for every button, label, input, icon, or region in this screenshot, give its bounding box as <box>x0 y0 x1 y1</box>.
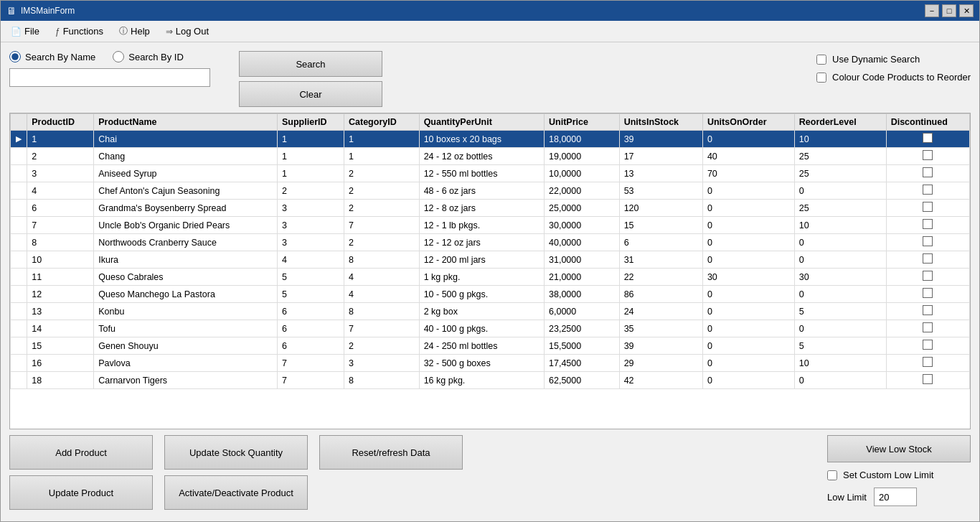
row-indicator <box>11 320 27 337</box>
table-row[interactable]: 15Genen Shouyu6224 - 250 ml bottles15,50… <box>11 337 970 355</box>
cell-discontinued <box>886 269 969 286</box>
row-indicator <box>11 251 27 269</box>
radio-id-input[interactable] <box>113 51 124 62</box>
cell-unitsonorder: 30 <box>702 269 794 286</box>
radio-search-by-name[interactable]: Search By Name <box>9 51 95 62</box>
cell-discontinued <box>886 251 969 269</box>
search-buttons: Search Clear <box>239 51 382 107</box>
cell-categoryid: 2 <box>344 337 420 355</box>
header-unitsinstock: UnitsInStock <box>619 114 702 131</box>
cell-unitsinstock: 15 <box>619 217 702 234</box>
cell-productname: Queso Cabrales <box>94 269 278 286</box>
row-indicator <box>11 355 27 372</box>
cell-qpu: 16 kg pkg. <box>419 372 544 389</box>
cell-supplierid: 6 <box>278 320 344 337</box>
discontinued-checkbox <box>923 185 933 195</box>
cell-unitsonorder: 40 <box>702 148 794 165</box>
search-input[interactable] <box>9 68 210 87</box>
cell-productname: Chai <box>94 131 278 148</box>
cell-qpu: 48 - 6 oz jars <box>419 182 544 200</box>
cell-productname: Queso Manchego La Pastora <box>94 286 278 303</box>
menu-logout[interactable]: ⇒ Log Out <box>159 23 216 39</box>
maximize-button[interactable]: □ <box>942 4 956 17</box>
cell-discontinued <box>886 303 969 320</box>
colour-code-option[interactable]: Colour Code Products to Reorder <box>816 72 971 83</box>
products-table-container[interactable]: ProductID ProductName SupplierID Categor… <box>9 113 971 429</box>
colour-code-checkbox[interactable] <box>816 73 826 83</box>
header-discontinued: Discontinued <box>886 114 969 131</box>
cell-unitsonorder: 0 <box>702 320 794 337</box>
discontinued-checkbox <box>923 219 933 229</box>
table-row[interactable]: 3Aniseed Syrup1212 - 550 ml bottles10,00… <box>11 165 970 182</box>
minimize-button[interactable]: − <box>925 4 939 17</box>
cell-productid: 2 <box>27 148 94 165</box>
table-row[interactable]: 14Tofu6740 - 100 g pkgs.23,25003500 <box>11 320 970 337</box>
discontinued-checkbox <box>923 271 933 281</box>
table-row[interactable]: 2Chang1124 - 12 oz bottles19,0000174025 <box>11 148 970 165</box>
low-limit-input[interactable] <box>874 488 917 506</box>
search-button[interactable]: Search <box>239 51 382 77</box>
table-row[interactable]: 13Konbu682 kg box6,00002405 <box>11 303 970 320</box>
cell-productname: Chang <box>94 148 278 165</box>
cell-qpu: 1 kg pkg. <box>419 269 544 286</box>
table-row[interactable]: 6Grandma's Boysenberry Spread3212 - 8 oz… <box>11 200 970 217</box>
cell-discontinued <box>886 355 969 372</box>
clear-button[interactable]: Clear <box>239 81 382 107</box>
cell-unitprice: 6,0000 <box>545 303 620 320</box>
menu-help[interactable]: ⓘ Help <box>112 22 157 40</box>
radio-name-input[interactable] <box>9 51 21 62</box>
row-indicator <box>11 286 27 303</box>
radio-search-by-id[interactable]: Search By ID <box>113 51 184 62</box>
cell-reorderlevel: 10 <box>794 217 886 234</box>
table-row[interactable]: 12Queso Manchego La Pastora5410 - 500 g … <box>11 286 970 303</box>
cell-qpu: 12 - 550 ml bottles <box>419 165 544 182</box>
dynamic-search-checkbox[interactable] <box>816 55 826 65</box>
cell-supplierid: 5 <box>278 269 344 286</box>
add-product-button[interactable]: Add Product <box>9 435 153 470</box>
cell-unitprice: 22,0000 <box>545 182 620 200</box>
cell-productname: Genen Shouyu <box>94 337 278 355</box>
set-custom-low-limit-checkbox[interactable] <box>827 470 837 480</box>
menu-functions[interactable]: ƒ Functions <box>48 23 110 39</box>
view-low-stock-button[interactable]: View Low Stock <box>827 435 971 462</box>
cell-unitprice: 19,0000 <box>545 148 620 165</box>
table-row[interactable]: ▶1Chai1110 boxes x 20 bags18,000039010 <box>11 131 970 148</box>
discontinued-checkbox <box>923 236 933 246</box>
cell-productname: Pavlova <box>94 355 278 372</box>
cell-reorderlevel: 25 <box>794 148 886 165</box>
set-custom-low-limit-option[interactable]: Set Custom Low Limit <box>827 470 971 480</box>
table-row[interactable]: 18Carnarvon Tigers7816 kg pkg.62,5000420… <box>11 372 970 389</box>
table-row[interactable]: 16Pavlova7332 - 500 g boxes17,450029010 <box>11 355 970 372</box>
cell-unitsonorder: 0 <box>702 131 794 148</box>
cell-categoryid: 4 <box>344 269 420 286</box>
table-row[interactable]: 11Queso Cabrales541 kg pkg.21,0000223030 <box>11 269 970 286</box>
activate-deactivate-button[interactable]: Activate/Deactivate Product <box>164 475 308 510</box>
cell-categoryid: 1 <box>344 148 420 165</box>
update-stock-button[interactable]: Update Stock Quantity <box>164 435 308 470</box>
cell-productid: 7 <box>27 217 94 234</box>
cell-reorderlevel: 5 <box>794 303 886 320</box>
table-row[interactable]: 7Uncle Bob's Organic Dried Pears3712 - 1… <box>11 217 970 234</box>
cell-productid: 1 <box>27 131 94 148</box>
search-left: Search By Name Search By ID <box>9 51 210 87</box>
cell-categoryid: 2 <box>344 182 420 200</box>
table-row[interactable]: 8Northwoods Cranberry Sauce3212 - 12 oz … <box>11 234 970 251</box>
menu-bar: 📄 File ƒ Functions ⓘ Help ⇒ Log Out <box>1 21 979 42</box>
cell-categoryid: 2 <box>344 200 420 217</box>
cell-discontinued <box>886 234 969 251</box>
menu-file[interactable]: 📄 File <box>4 23 47 39</box>
cell-productname: Aniseed Syrup <box>94 165 278 182</box>
cell-reorderlevel: 10 <box>794 355 886 372</box>
update-product-button[interactable]: Update Product <box>9 475 153 510</box>
dynamic-search-option[interactable]: Use Dynamic Search <box>816 54 971 65</box>
radio-name-label: Search By Name <box>25 52 95 62</box>
reset-refresh-button[interactable]: Reset/refresh Data <box>319 435 463 470</box>
table-row[interactable]: 4Chef Anton's Cajun Seasoning2248 - 6 oz… <box>11 182 970 200</box>
cell-qpu: 2 kg box <box>419 303 544 320</box>
close-button[interactable]: ✕ <box>959 4 974 17</box>
cell-supplierid: 3 <box>278 217 344 234</box>
colour-code-label: Colour Code Products to Reorder <box>832 72 971 83</box>
cell-unitprice: 10,0000 <box>545 165 620 182</box>
table-row[interactable]: 10Ikura4812 - 200 ml jars31,00003100 <box>11 251 970 269</box>
row-indicator <box>11 217 27 234</box>
